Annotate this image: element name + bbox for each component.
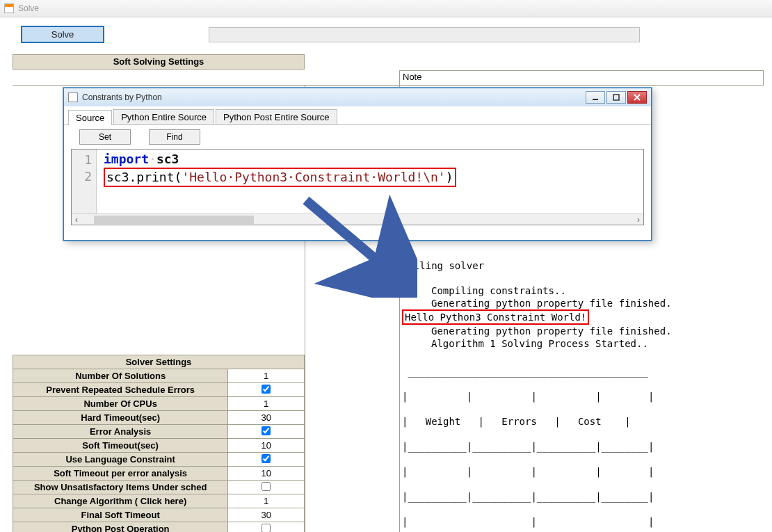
solver-settings-row: Prevent Repeated Schedule Errors xyxy=(13,383,305,397)
setting-label: Use Language Constraint xyxy=(13,453,228,467)
solver-settings-row: Soft Timeout per error analysis10 xyxy=(13,467,305,481)
minimize-button[interactable] xyxy=(586,91,605,104)
code-editor[interactable]: 1 2 import·sc3 sc3.print('Hello·Python3·… xyxy=(71,149,644,225)
dialog-icon xyxy=(68,92,78,102)
maximize-button[interactable] xyxy=(606,91,626,104)
setting-value[interactable] xyxy=(228,481,305,494)
solver-settings-table: Solver Settings Number Of Solutions1Prev… xyxy=(13,355,305,532)
setting-checkbox[interactable] xyxy=(262,482,271,491)
tab-python-entire-source[interactable]: Python Entire Source xyxy=(113,109,214,124)
setting-value[interactable] xyxy=(228,425,305,439)
console-output: Calling solver Compiling constraints.. G… xyxy=(402,247,764,532)
find-button[interactable]: Find xyxy=(149,129,200,145)
setting-value[interactable] xyxy=(228,453,305,467)
tab-python-post-entire-source[interactable]: Python Post Entire Source xyxy=(216,109,337,124)
setting-label: Prevent Repeated Schedule Errors xyxy=(13,383,228,397)
svg-rect-1 xyxy=(613,95,619,100)
main-window-titlebar: Solve xyxy=(0,0,772,17)
setting-checkbox[interactable] xyxy=(262,454,271,463)
soft-solving-settings-header: Soft Solving Settings xyxy=(13,54,305,70)
solve-button[interactable]: Solve xyxy=(21,26,104,43)
setting-value[interactable]: 30 xyxy=(228,411,305,425)
setting-checkbox[interactable] xyxy=(262,524,271,533)
constraints-dialog: Constrants by Python Source Python Entir… xyxy=(63,88,652,241)
solver-settings-header: Solver Settings xyxy=(13,355,305,369)
solver-settings-row: Final Soft Timeout30 xyxy=(13,508,305,522)
setting-value[interactable]: 1 xyxy=(228,397,305,411)
status-field xyxy=(209,27,640,42)
setting-label: Final Soft Timeout xyxy=(13,508,228,522)
setting-value[interactable]: 30 xyxy=(228,508,305,522)
result-ascii-table: ________________________________________… xyxy=(402,353,764,532)
solver-settings-row: Error Analysis xyxy=(13,425,305,439)
setting-checkbox[interactable] xyxy=(262,426,271,435)
dialog-title: Constrants by Python xyxy=(82,92,162,102)
tab-source[interactable]: Source xyxy=(68,110,112,125)
setting-label: Soft Timeout(sec) xyxy=(13,439,228,453)
app-icon xyxy=(4,3,14,13)
setting-label: Soft Timeout per error analysis xyxy=(13,467,228,481)
scroll-left-icon[interactable]: ‹ xyxy=(72,215,81,225)
editor-horizontal-scrollbar[interactable]: ‹ › xyxy=(72,213,643,225)
toolbar: Solve xyxy=(0,17,772,47)
main-window-title: Solve xyxy=(18,3,39,13)
setting-label: Number Of Solutions xyxy=(13,369,228,383)
line-number-gutter: 1 2 xyxy=(72,150,97,213)
setting-value[interactable]: 10 xyxy=(228,467,305,481)
solver-settings-row: Number Of Solutions1 xyxy=(13,369,305,383)
note-field[interactable]: Note xyxy=(399,70,764,86)
setting-label: Number Of CPUs xyxy=(13,397,228,411)
setting-label: Change Algorithm ( Click here) xyxy=(13,494,228,508)
scrollbar-thumb[interactable] xyxy=(94,216,254,224)
solver-settings-row: Python Post Operation xyxy=(13,522,305,533)
dialog-tabstrip: Source Python Entire Source Python Post … xyxy=(64,106,651,125)
setting-value[interactable] xyxy=(228,383,305,397)
setting-label: Hard Timeout(sec) xyxy=(13,411,228,425)
scroll-right-icon[interactable]: › xyxy=(634,215,643,225)
code-line-1[interactable]: import·sc3 xyxy=(104,151,641,168)
close-button[interactable] xyxy=(627,91,647,104)
setting-label: Error Analysis xyxy=(13,425,228,439)
solver-settings-row: Change Algorithm ( Click here)1 xyxy=(13,494,305,508)
divider xyxy=(13,85,764,86)
setting-value[interactable]: 1 xyxy=(228,494,305,508)
dialog-titlebar[interactable]: Constrants by Python xyxy=(64,88,651,106)
solver-settings-row: Use Language Constraint xyxy=(13,453,305,467)
setting-value[interactable]: 1 xyxy=(228,369,305,383)
solver-settings-row: Hard Timeout(sec)30 xyxy=(13,411,305,425)
setting-label: Python Post Operation xyxy=(13,522,228,533)
solver-settings-row: Number Of CPUs1 xyxy=(13,397,305,411)
solver-settings-row: Soft Timeout(sec)10 xyxy=(13,439,305,453)
setting-value[interactable]: 10 xyxy=(228,439,305,453)
solver-settings-row: Show Unsatisfactory Items Under sched xyxy=(13,481,305,494)
setting-label: Show Unsatisfactory Items Under sched xyxy=(13,481,228,494)
set-button[interactable]: Set xyxy=(79,129,131,145)
code-line-2[interactable]: sc3.print('Hello·Python3·Constraint·Worl… xyxy=(104,168,641,187)
console-highlight: Hello Python3 Constraint World! xyxy=(402,309,589,325)
setting-checkbox[interactable] xyxy=(262,385,271,394)
setting-value[interactable] xyxy=(228,522,305,533)
